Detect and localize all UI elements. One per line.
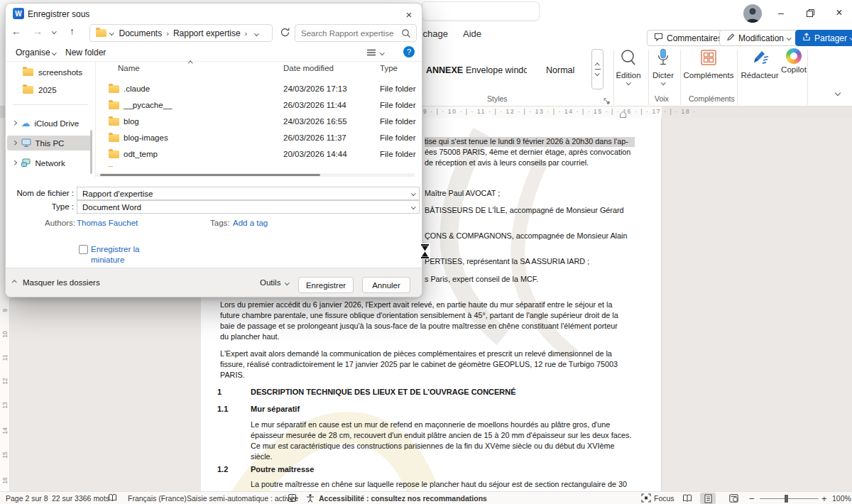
style-normal[interactable]: Normal (546, 65, 574, 75)
zoom-slider[interactable] (760, 498, 819, 499)
save-button[interactable]: Enregistrer (298, 277, 354, 293)
address-dropdown-icon[interactable] (254, 31, 258, 35)
dialog-titlebar[interactable]: W Enregistrer sous × (6, 4, 422, 23)
account-avatar[interactable] (743, 4, 762, 23)
up-icon[interactable]: ↑ (70, 26, 75, 37)
sidebar-item-2025[interactable]: 2025 (7, 82, 91, 97)
folder-icon (96, 29, 106, 37)
page-indicator[interactable]: Page 2 sur 8 (6, 494, 48, 503)
dicter-button[interactable]: Dicter (648, 48, 678, 84)
copilot-button[interactable]: Copilot (780, 48, 808, 74)
editing-mode-button[interactable]: Modification (719, 30, 798, 46)
sidebar-scrollbar[interactable] (90, 130, 92, 174)
file-row[interactable]: odt_temp 20/03/2026 14:44 File folder (97, 147, 416, 163)
window-minimize-button[interactable]: – (770, 4, 792, 21)
print-layout-button[interactable] (700, 493, 716, 504)
complements-group-label: Compléments (689, 94, 735, 103)
share-button[interactable]: Partager (795, 30, 852, 46)
dialog-close-icon[interactable]: × (398, 6, 420, 22)
ruler-number: 16 (1, 476, 9, 486)
tags-value[interactable]: Add a tag (233, 219, 268, 227)
chevron-down-icon[interactable] (411, 191, 415, 195)
microphone-icon (656, 48, 670, 70)
cancel-button[interactable]: Annuler (362, 277, 410, 293)
file-row[interactable]: blog 24/03/2026 16:55 File folder (97, 114, 416, 131)
style-annexe[interactable]: ANNEXE (426, 65, 463, 75)
expand-chevron-icon[interactable] (12, 160, 16, 165)
chevron-down-icon[interactable] (380, 50, 384, 55)
zoom-in-button[interactable]: + (821, 493, 827, 504)
word-logo-icon: W (13, 8, 24, 19)
web-layout-button[interactable] (726, 493, 741, 504)
ruler-number: 13 (1, 400, 9, 410)
autocomplete-indicator[interactable]: Saisie semi-automatique : activée (187, 494, 298, 503)
edition-button[interactable]: Édition (613, 48, 643, 84)
dialog-title: Enregistrer sous (28, 9, 89, 19)
complements-button[interactable]: Compléments (680, 48, 737, 80)
column-header-type[interactable]: Type (380, 64, 398, 72)
language-indicator[interactable]: Français (France) (128, 494, 187, 503)
chevron-up-icon (595, 63, 599, 67)
sidebar-item-screenshots[interactable]: screenshots (7, 65, 91, 80)
styles-gallery-scrollbar[interactable] (591, 49, 604, 89)
hide-folders-button[interactable]: Masquer les dossiers (23, 278, 100, 287)
style-envelope-window[interactable]: Envelope window (466, 65, 527, 75)
filetype-select[interactable]: Document Word (77, 200, 420, 214)
read-mode-button[interactable] (679, 493, 695, 504)
back-icon[interactable]: ← (11, 26, 21, 37)
ruler-numbers: 9 · | · 10 · | · 11 · | · 12 · | · 13 · … (423, 108, 697, 115)
save-thumbnail-label[interactable]: Enregistrer la miniature (91, 244, 156, 265)
file-list-hscrollbar[interactable] (94, 173, 415, 177)
focus-label[interactable]: Focus (654, 494, 674, 503)
autocorrect-icon[interactable] (288, 493, 297, 504)
redacteur-button[interactable]: Rédacteur (741, 48, 779, 80)
breadcrumb-root[interactable]: Documents (119, 28, 163, 38)
comments-button[interactable]: Commentaires (647, 30, 729, 46)
zoom-slider-thumb[interactable] (785, 495, 788, 503)
computer-icon (21, 138, 31, 148)
sort-ascending-icon[interactable] (188, 61, 192, 65)
sidebar-item-network[interactable]: Network (7, 155, 91, 170)
ruler-number: 9 (1, 305, 9, 315)
sidebar-item-this-pc[interactable]: This PC (7, 136, 91, 150)
column-header-name[interactable]: Name (118, 64, 140, 72)
title-search-box[interactable] (422, 1, 540, 21)
styles-dialog-launcher-icon[interactable] (604, 94, 610, 107)
accessibility-icon[interactable] (305, 493, 315, 504)
chevron-down-icon[interactable] (411, 204, 415, 209)
forward-icon[interactable]: → (33, 26, 43, 37)
zoom-out-button[interactable]: − (749, 493, 755, 504)
save-thumbnail-checkbox[interactable] (79, 245, 88, 254)
window-restore-button[interactable] (799, 4, 821, 21)
address-bar[interactable]: Documents › Rapport expertise › (89, 24, 273, 42)
word-count[interactable]: 22 sur 3366 mots (52, 494, 109, 503)
view-options-icon[interactable] (366, 48, 376, 59)
expand-chevron-icon[interactable] (12, 121, 16, 125)
zoom-level[interactable]: 100% (832, 494, 851, 503)
recent-locations-icon[interactable] (52, 29, 56, 33)
tools-menu[interactable]: Outils (260, 278, 280, 287)
file-row[interactable]: .claude 24/03/2026 17:13 File folder (97, 82, 416, 98)
new-folder-button[interactable]: New folder (65, 48, 106, 57)
file-row[interactable]: blog-images 26/03/2026 11:37 File folder (97, 131, 416, 147)
filename-input[interactable]: Rapport d'expertise (77, 187, 420, 200)
column-header-date[interactable]: Date modified (283, 64, 334, 72)
organise-menu[interactable]: Organise (16, 48, 50, 57)
breadcrumb-folder[interactable]: Rapport expertise (173, 28, 241, 38)
folder-icon (109, 85, 119, 93)
authors-value[interactable]: Thomas Fauchet (77, 219, 138, 227)
tab-aide[interactable]: Aide (463, 28, 481, 39)
refresh-icon[interactable] (280, 27, 290, 40)
share-icon (802, 33, 811, 43)
window-close-button[interactable]: × (829, 4, 850, 21)
scrollbar-thumb[interactable] (100, 174, 320, 176)
expand-chevron-icon[interactable] (12, 141, 16, 145)
focus-icon[interactable] (641, 493, 651, 504)
search-input[interactable]: Search Rapport expertise (295, 24, 417, 42)
collapse-ribbon-icon[interactable] (835, 90, 841, 96)
sidebar-item-icloud-drive[interactable]: ☁ iCloud Drive (7, 116, 91, 131)
help-icon[interactable]: ? (403, 46, 415, 57)
accessibility-status[interactable]: Accessibilité : consultez nos recommanda… (319, 494, 487, 503)
proofing-icon[interactable] (108, 493, 117, 504)
file-row[interactable]: __pycache__ 26/03/2026 11:44 File folder (97, 98, 416, 114)
